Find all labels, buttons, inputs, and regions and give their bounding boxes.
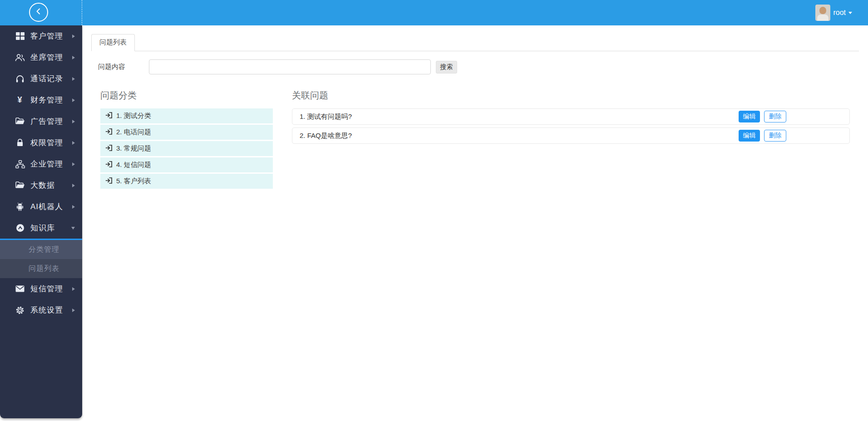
chevron-right-icon [72, 184, 75, 187]
sign-in-icon [105, 128, 112, 136]
yen-icon: ¥ [15, 96, 25, 105]
sidebar-item-label: 财务管理 [30, 95, 72, 105]
sidebar-item-permission-mgmt[interactable]: 权限管理 [0, 132, 82, 153]
headset-icon [15, 74, 25, 83]
chevron-right-icon [72, 205, 75, 209]
sidebar-item-label: 客户管理 [30, 31, 72, 41]
category-label: 5. 客户列表 [116, 177, 151, 186]
sidebar-collapse-button[interactable] [29, 3, 48, 22]
main-content: 问题列表 问题内容 搜索 问题分类 1. 测试分类 2. 电话问题 3. 常规问… [82, 25, 868, 421]
chevron-right-icon [72, 34, 75, 38]
sidebar-subitem-label: 分类管理 [29, 245, 59, 255]
sidebar-item-enterprise-mgmt[interactable]: 企业管理 [0, 153, 82, 175]
sitemap-icon [15, 160, 25, 169]
chevron-right-icon [72, 287, 75, 291]
search-button[interactable]: 搜索 [436, 61, 457, 73]
sidebar-item-label: 通话记录 [30, 73, 72, 84]
search-field-label: 问题内容 [98, 63, 132, 71]
delete-button[interactable]: 删除 [764, 111, 786, 122]
question-list-item: 2. FAQ是啥意思? 编辑 删除 [292, 127, 850, 144]
sidebar-item-sms-mgmt[interactable]: 短信管理 [0, 278, 82, 299]
sidebar-item-agent-mgmt[interactable]: 坐席管理 [0, 47, 82, 68]
chevron-right-icon [72, 120, 75, 123]
chevron-right-icon [72, 162, 75, 166]
username: root [833, 9, 846, 17]
edit-button[interactable]: 编辑 [739, 130, 760, 142]
category-list-item[interactable]: 1. 测试分类 [100, 108, 273, 123]
sidebar-item-label: 广告管理 [30, 116, 72, 127]
question-label: 2. FAQ是啥意思? [300, 132, 352, 140]
lock-icon [15, 138, 25, 147]
sidebar-subitem-question-list[interactable]: 问题列表 [0, 259, 82, 278]
search-form: 问题内容 搜索 [91, 59, 859, 74]
question-panel: 关联问题 1. 测试有问题吗? 编辑 删除 2. FAQ是啥意思? 编辑 删除 [292, 89, 850, 190]
category-label: 3. 常规问题 [116, 144, 151, 153]
sidebar-item-big-data[interactable]: 大数据 [0, 175, 82, 196]
user-menu[interactable]: root [815, 5, 852, 21]
category-label: 4. 短信问题 [116, 161, 151, 169]
sidebar-item-customer-mgmt[interactable]: 客户管理 [0, 25, 82, 47]
category-list-item[interactable]: 3. 常规问题 [100, 141, 273, 156]
sidebar-item-label: 系统设置 [30, 305, 72, 315]
sign-in-icon [105, 177, 112, 185]
folder-open-icon [15, 181, 25, 190]
sidebar-item-label: 大数据 [30, 180, 72, 191]
edit-button[interactable]: 编辑 [739, 111, 760, 122]
delete-button[interactable]: 删除 [764, 130, 786, 142]
category-list-item[interactable]: 5. 客户列表 [100, 174, 273, 189]
chevron-right-icon [72, 77, 75, 81]
avatar [815, 5, 830, 21]
search-input[interactable] [149, 59, 431, 74]
category-label: 2. 电话问题 [116, 128, 151, 137]
sidebar-subitem-label: 问题列表 [29, 264, 59, 274]
category-list-item[interactable]: 4. 短信问题 [100, 157, 273, 172]
sidebar-item-knowledge-base[interactable]: 知识库 [0, 217, 82, 239]
question-panel-title: 关联问题 [292, 89, 850, 102]
chevron-right-icon [72, 308, 75, 312]
sidebar-item-finance-mgmt[interactable]: ¥ 财务管理 [0, 89, 82, 111]
grid-icon [15, 32, 25, 41]
top-header-bar: root [0, 0, 868, 25]
question-list-item: 1. 测试有问题吗? 编辑 删除 [292, 108, 850, 125]
sidebar-item-ai-robot[interactable]: AI机器人 [0, 196, 82, 217]
category-label: 1. 测试分类 [116, 112, 151, 120]
sign-in-icon [105, 112, 112, 120]
sidebar-item-label: 权限管理 [30, 137, 72, 148]
users-icon [15, 53, 25, 62]
sidebar-item-label: 企业管理 [30, 159, 72, 169]
category-panel: 问题分类 1. 测试分类 2. 电话问题 3. 常规问题 4. 短信问题 5. … [100, 89, 273, 190]
sidebar-item-label: 坐席管理 [30, 52, 72, 63]
sidebar-item-system-settings[interactable]: 系统设置 [0, 299, 82, 321]
knowledge-base-submenu: 分类管理 问题列表 [0, 239, 82, 278]
chevron-left-icon [35, 8, 42, 17]
category-panel-title: 问题分类 [100, 89, 273, 102]
sidebar-nav: 客户管理 坐席管理 通话记录 ¥ 财务管理 广告管理 权限管理 [0, 25, 82, 418]
robot-icon [15, 202, 25, 211]
tab-bar: 问题列表 [91, 34, 859, 51]
sidebar-item-call-records[interactable]: 通话记录 [0, 68, 82, 89]
sign-in-icon [105, 161, 112, 169]
header-dashed-divider [82, 0, 82, 25]
sidebar-subitem-category-mgmt[interactable]: 分类管理 [0, 240, 82, 259]
knowledge-icon [15, 224, 25, 233]
chevron-right-icon [72, 141, 75, 145]
tab-question-list[interactable]: 问题列表 [91, 34, 135, 51]
envelope-icon [15, 284, 25, 294]
sidebar-item-ad-mgmt[interactable]: 广告管理 [0, 111, 82, 132]
folder-open-icon [15, 117, 25, 126]
chevron-right-icon [72, 56, 75, 59]
chevron-right-icon [72, 98, 75, 102]
sidebar-item-label: AI机器人 [30, 201, 72, 212]
chevron-down-icon [848, 12, 852, 14]
question-label: 1. 测试有问题吗? [300, 113, 352, 121]
chevron-down-icon [71, 227, 75, 230]
gear-icon [15, 306, 25, 315]
sidebar-item-label: 知识库 [30, 223, 71, 233]
sign-in-icon [105, 145, 112, 152]
sidebar-item-label: 短信管理 [30, 284, 72, 294]
content-columns: 问题分类 1. 测试分类 2. 电话问题 3. 常规问题 4. 短信问题 5. … [100, 89, 859, 190]
category-list-item[interactable]: 2. 电话问题 [100, 125, 273, 140]
